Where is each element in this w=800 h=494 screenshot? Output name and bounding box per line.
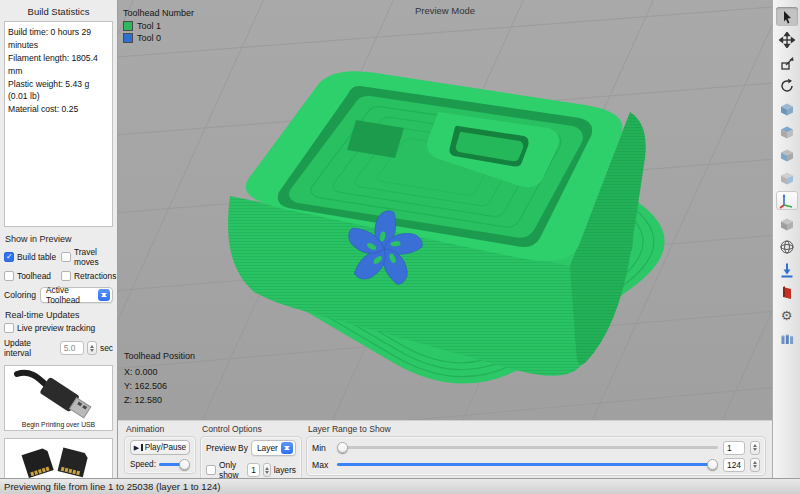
- stat-filament-length: Filament length: 1805.4 mm: [8, 52, 109, 78]
- app-window: Build Statistics Build time: 0 hours 29 …: [0, 0, 800, 494]
- wireframe-sphere-icon[interactable]: [776, 237, 798, 256]
- update-interval-unit: sec: [100, 343, 113, 353]
- tool0-swatch: [123, 33, 133, 43]
- show-in-preview-title: Show in Preview: [5, 234, 113, 244]
- speed-slider[interactable]: [159, 459, 190, 470]
- toolhead-z: Z: 12.580: [124, 394, 195, 408]
- max-layer-stepper[interactable]: [750, 458, 760, 472]
- layers-label: layers: [274, 465, 296, 475]
- min-layer-input[interactable]: 1: [723, 441, 745, 455]
- 3d-viewport[interactable]: Preview Mode Toolhead Number Tool 1 Tool…: [118, 0, 772, 420]
- min-slider-knob[interactable]: [337, 442, 348, 453]
- view-side-icon[interactable]: [776, 168, 798, 187]
- stat-plastic-weight: Plastic weight: 5.43 g (0.01 lb): [8, 78, 109, 104]
- layer-range-title: Layer Range to Show: [308, 424, 766, 434]
- toolhead-x: X: 0.000: [124, 366, 195, 380]
- axes-icon[interactable]: [776, 191, 798, 210]
- max-label: Max: [312, 460, 332, 470]
- play-pause-button[interactable]: ▶ Play/Pause: [130, 440, 190, 455]
- update-interval-label: Update interval: [4, 338, 57, 358]
- update-interval-input[interactable]: 5.0: [60, 341, 85, 355]
- preview-by-dropdown[interactable]: Layer: [251, 440, 296, 456]
- animation-title: Animation: [126, 424, 196, 434]
- checkbox-travel-moves[interactable]: Travel moves: [61, 247, 114, 267]
- update-interval-stepper[interactable]: [87, 341, 96, 355]
- drop-to-bed-icon[interactable]: [776, 260, 798, 279]
- speed-slider-knob[interactable]: [179, 459, 190, 470]
- settings-gear-icon[interactable]: ⚙: [776, 306, 798, 325]
- begin-printing-usb-button[interactable]: Begin Printing over USB: [4, 365, 113, 431]
- show-in-preview-options: Build table Travel moves Toolhead Retrac…: [4, 247, 113, 281]
- toolhead-legend: Toolhead Number Tool 1 Tool 0: [123, 8, 194, 45]
- only-show-checkbox[interactable]: [206, 465, 216, 475]
- build-statistics-box: Build time: 0 hours 29 minutes Filament …: [4, 21, 113, 227]
- realtime-updates-title: Real-time Updates: [5, 310, 113, 320]
- checkbox-toolhead[interactable]: Toolhead: [4, 271, 61, 281]
- min-layer-stepper[interactable]: [750, 441, 760, 455]
- only-show-label: Only show: [219, 460, 244, 480]
- sidebar: Build Statistics Build time: 0 hours 29 …: [0, 0, 118, 478]
- max-layer-input[interactable]: 124: [723, 458, 745, 472]
- play-icon: ▶: [134, 444, 139, 452]
- preview-mode-title: Preview Mode: [118, 5, 772, 16]
- move-icon[interactable]: [776, 30, 798, 49]
- usb-caption: Begin Printing over USB: [22, 420, 95, 430]
- toolhead-position: Toolhead Position X: 0.000 Y: 162.506 Z:…: [124, 350, 195, 408]
- cube-icon[interactable]: [776, 214, 798, 233]
- legend-item-tool1: Tool 1: [123, 21, 194, 31]
- preview-by-label: Preview By: [206, 443, 248, 453]
- max-layer-slider[interactable]: [337, 459, 718, 470]
- view-iso-icon[interactable]: [776, 99, 798, 118]
- coloring-label: Coloring: [4, 290, 36, 300]
- max-slider-knob[interactable]: [707, 459, 718, 470]
- only-show-stepper[interactable]: [263, 463, 270, 477]
- view-front-icon[interactable]: [776, 145, 798, 164]
- min-layer-slider[interactable]: [337, 442, 718, 453]
- view-top-icon[interactable]: [776, 122, 798, 141]
- bottom-panel: Animation ▶ Play/Pause Speed: Control Op…: [118, 420, 772, 478]
- checkbox-icon[interactable]: [4, 252, 14, 262]
- stat-material-cost: Material cost: 0.25: [8, 103, 109, 116]
- stat-build-time: Build time: 0 hours 29 minutes: [8, 26, 109, 52]
- control-options-title: Control Options: [202, 424, 302, 434]
- toolpaths-icon[interactable]: [776, 329, 798, 348]
- legend-title: Toolhead Number: [123, 8, 194, 18]
- scale-icon[interactable]: [776, 53, 798, 72]
- pause-bar-icon: [141, 444, 143, 451]
- coloring-dropdown[interactable]: Active Toolhead: [40, 287, 113, 303]
- checkbox-live-preview-tracking[interactable]: Live preview tracking: [4, 323, 113, 333]
- dropdown-arrows-icon: [281, 442, 293, 454]
- dropdown-arrows-icon: [98, 289, 110, 301]
- min-label: Min: [312, 443, 332, 453]
- checkbox-icon[interactable]: [4, 323, 14, 333]
- checkbox-retractions[interactable]: Retractions: [61, 271, 114, 281]
- usb-cable-icon: [13, 368, 105, 420]
- status-text: Previewing file from line 1 to 25038 (la…: [4, 481, 221, 492]
- checkbox-build-table[interactable]: Build table: [4, 247, 61, 267]
- build-statistics-title: Build Statistics: [4, 4, 113, 21]
- only-show-input[interactable]: 1: [247, 463, 260, 477]
- support-icon[interactable]: [776, 283, 798, 302]
- checkbox-icon[interactable]: [61, 252, 71, 262]
- rotate-icon[interactable]: [776, 76, 798, 95]
- tool1-swatch: [123, 21, 133, 31]
- 3d-scene[interactable]: [118, 0, 772, 420]
- cursor-icon[interactable]: [776, 7, 798, 26]
- speed-label: Speed:: [130, 460, 156, 469]
- checkbox-icon[interactable]: [61, 271, 71, 281]
- status-bar: Previewing file from line 1 to 25038 (la…: [0, 478, 800, 494]
- toolhead-y: Y: 162.506: [124, 380, 195, 394]
- view-toolbar: ⚙: [772, 0, 800, 478]
- checkbox-icon[interactable]: [4, 271, 14, 281]
- legend-item-tool0: Tool 0: [123, 33, 194, 43]
